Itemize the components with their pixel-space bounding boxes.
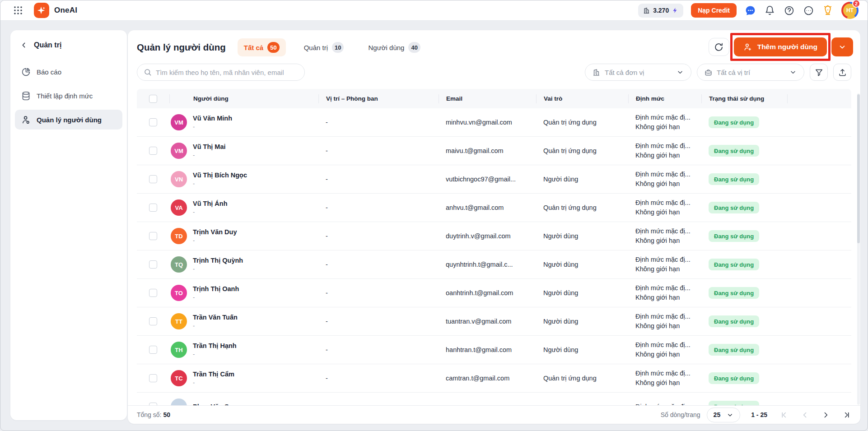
- email-cell: anhvu.t@gmail.com: [439, 204, 536, 211]
- select-all-checkbox[interactable]: [149, 95, 157, 103]
- quota-line-1: Định mức mặc đị...: [635, 198, 701, 208]
- oneai-logo-icon[interactable]: [34, 3, 49, 18]
- credit-balance[interactable]: 3.270: [638, 4, 683, 18]
- role-cell: Người dùng: [536, 318, 628, 325]
- user-subtext: -: [193, 123, 232, 130]
- sidebar: Quản trị Báo cáo Thiết lập định mức Quản…: [10, 30, 127, 420]
- table-row[interactable]: TH Trần Thị Hạnh - - hanhtran.t@gmail.co…: [137, 336, 851, 364]
- avatar: [171, 399, 187, 406]
- topbar: OneAI 3.270 Nạp Credit: [0, 0, 868, 21]
- tab-nguoi-dung[interactable]: Người dùng 40: [362, 38, 426, 56]
- col-header-quota: Định mức: [628, 94, 701, 103]
- rows-per-page-label: Số dòng/trang: [661, 411, 700, 418]
- email-cell: duytrinh.v@gmail.com: [439, 232, 536, 240]
- status-badge: Đang sử dụng: [709, 173, 759, 185]
- sidebar-item-label: Quản lý người dùng: [37, 116, 102, 124]
- status-badge: Đang sử dụng: [709, 145, 759, 157]
- status-badge: Đang sử dụng: [709, 315, 759, 327]
- table-row[interactable]: VA Vũ Thị Ánh - - anhvu.t@gmail.com Quản…: [137, 194, 851, 222]
- help-icon[interactable]: [783, 5, 795, 16]
- avatar: VM: [171, 143, 187, 159]
- next-page-icon[interactable]: [821, 410, 831, 420]
- tab-count-badge: 10: [332, 42, 344, 53]
- app-launcher-grid-icon[interactable]: [12, 5, 24, 16]
- search-input[interactable]: [156, 69, 298, 76]
- table-row[interactable]: TO Trịnh Thị Oanh - - oanhtrinh.t@gmail.…: [137, 279, 851, 307]
- user-cell: TH Trần Thị Hạnh -: [169, 342, 318, 358]
- more-options-icon[interactable]: [803, 5, 814, 16]
- table-row[interactable]: VM Vũ Văn Minh - - minhvu.vn@gmail.com Q…: [137, 108, 851, 137]
- quota-line-2: Không giới hạn: [635, 321, 701, 331]
- notifications-bell-icon[interactable]: [764, 5, 775, 16]
- quota-line-2: Không giới hạn: [635, 179, 701, 189]
- row-checkbox[interactable]: [149, 232, 157, 240]
- tab-quan-tri[interactable]: Quản trị 10: [298, 38, 350, 56]
- table-row[interactable]: VN Vũ Thị Bích Ngọc - - vutbichngoc97@gm…: [137, 165, 851, 194]
- row-checkbox[interactable]: [149, 147, 157, 155]
- sidebar-item-quan-ly-nguoi-dung[interactable]: Quản lý người dùng: [15, 110, 122, 130]
- total-count: Tổng số:50: [137, 411, 170, 418]
- user-avatar[interactable]: HT 2: [841, 2, 859, 19]
- sidebar-item-bao-cao[interactable]: Báo cáo: [15, 62, 122, 82]
- user-subtext: -: [193, 293, 239, 301]
- position-filter-select[interactable]: Tất cả vị trí: [697, 64, 804, 81]
- table-row[interactable]: TT Trần Văn Tuấn - - tuantran.v@gmail.co…: [137, 307, 851, 336]
- table-row[interactable]: Phan Văn Sơn Định mức mặc đị... Đang sử …: [137, 393, 851, 406]
- user-cell: TC Trần Thị Cẩm -: [169, 370, 318, 386]
- tab-tat-ca[interactable]: Tất cả 50: [238, 38, 286, 56]
- prev-page-icon[interactable]: [800, 410, 810, 420]
- quota-line-1: Định mức mặc đị...: [635, 369, 701, 378]
- sidebar-item-thiet-lap-dinh-muc[interactable]: Thiết lập định mức: [15, 86, 122, 106]
- quota-line-1: Định mức mặc đị...: [635, 312, 701, 321]
- table-row[interactable]: TQ Trịnh Thị Quỳnh - - quynhtrinh.t@gmai…: [137, 250, 851, 279]
- row-checkbox[interactable]: [149, 346, 157, 354]
- quota-cell: Định mức mặc đị... Không giới hạn: [628, 170, 701, 189]
- role-cell: Người dùng: [536, 176, 628, 183]
- role-cell: Quản trị ứng dụng: [536, 375, 628, 382]
- user-cell: Phan Văn Sơn: [169, 399, 318, 406]
- table-row[interactable]: TC Trần Thị Cẩm - - camtran.t@gmail.com …: [137, 364, 851, 393]
- row-checkbox[interactable]: [149, 204, 157, 212]
- col-header-role: Vai trò: [536, 94, 628, 103]
- table-row[interactable]: TD Trịnh Văn Duy - - duytrinh.v@gmail.co…: [137, 222, 851, 250]
- row-checkbox[interactable]: [149, 260, 157, 269]
- quota-line-2: Không giới hạn: [635, 236, 701, 246]
- row-checkbox[interactable]: [149, 175, 157, 183]
- nap-credit-button[interactable]: Nạp Credit: [691, 3, 737, 18]
- filter-button[interactable]: [810, 64, 828, 81]
- add-user-button[interactable]: Thêm người dùng: [734, 37, 827, 56]
- table-body: VM Vũ Văn Minh - - minhvu.vn@gmail.com Q…: [137, 108, 851, 406]
- quota-cell: Định mức mặc đị... Không giới hạn: [628, 113, 701, 132]
- row-checkbox[interactable]: [149, 118, 157, 126]
- email-cell: vutbichngoc97@gmail...: [439, 176, 536, 183]
- quota-cell: Định mức mặc đị... Không giới hạn: [628, 312, 701, 331]
- unit-filter-select[interactable]: Tất cả đơn vị: [585, 64, 691, 81]
- role-cell: Người dùng: [536, 232, 628, 240]
- user-name: Vũ Thị Ánh: [193, 199, 228, 208]
- position-cell: -: [318, 375, 439, 382]
- quota-cell: Định mức mặc đị... Không giới hạn: [628, 141, 701, 160]
- quota-line-1: Định mức mặc đị...: [635, 283, 701, 293]
- avatar: TQ: [171, 256, 187, 273]
- avatar: VA: [171, 199, 187, 216]
- sidebar-item-label: Thiết lập định mức: [37, 92, 93, 100]
- first-page-icon[interactable]: [779, 410, 789, 420]
- add-user-dropdown-button[interactable]: [831, 37, 853, 56]
- pie-chart-icon: [21, 67, 31, 77]
- sidebar-back[interactable]: Quản trị: [10, 30, 127, 49]
- last-page-icon[interactable]: [841, 410, 851, 420]
- quota-line-1: Định mức mặc đị...: [635, 141, 701, 151]
- refresh-button[interactable]: [709, 38, 729, 56]
- table-row[interactable]: VM Vũ Thị Mai - - maivu.t@gmail.com Quản…: [137, 137, 851, 165]
- table-scrollbar-thumb[interactable]: [857, 94, 860, 243]
- row-checkbox[interactable]: [149, 374, 157, 382]
- rows-per-page-select[interactable]: 25: [707, 408, 741, 422]
- whats-new-lamp-icon[interactable]: [822, 5, 834, 16]
- row-checkbox[interactable]: [149, 289, 157, 297]
- row-checkbox[interactable]: [149, 317, 157, 325]
- chat-support-icon[interactable]: [744, 5, 756, 16]
- table-footer: Tổng số:50 Số dòng/trang 25 1 - 25: [128, 405, 860, 424]
- col-header-status: Trạng thái sử dụng: [701, 94, 787, 103]
- export-button[interactable]: [833, 64, 851, 81]
- upload-icon: [838, 68, 847, 77]
